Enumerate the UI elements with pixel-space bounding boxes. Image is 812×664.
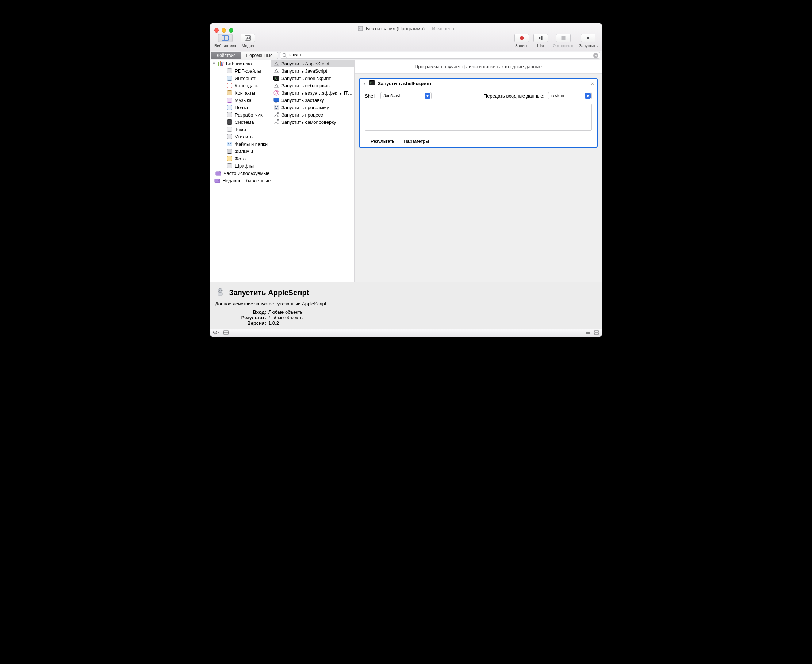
svg-rect-20 [227, 91, 232, 95]
segment-actions[interactable]: Действия [211, 52, 241, 59]
category-icon [227, 126, 232, 132]
svg-rect-15 [221, 62, 222, 66]
search-input[interactable] [288, 52, 592, 57]
svg-rect-45 [274, 98, 279, 101]
library-category-label: Шрифты [235, 163, 254, 169]
action-list-row[interactable]: Запустить заставку [271, 96, 354, 104]
disclosure-triangle-icon[interactable]: ▼ [362, 81, 366, 85]
library-root-row[interactable]: ▼Библиотека [210, 60, 271, 67]
clear-search-button[interactable]: ✕ [593, 53, 598, 58]
workflow-column: Программа получает файлы и папки как вхо… [354, 60, 602, 282]
library-category-row[interactable]: PDF-файлы [210, 67, 271, 75]
library-category-row[interactable]: Интернет [210, 75, 271, 82]
library-category-row[interactable]: Фильмы [210, 148, 271, 155]
view-flow-icon[interactable] [594, 330, 599, 336]
automator-window: Без названия (Программа) — Изменено Библ… [210, 23, 602, 337]
action-list-label: Запустить заставку [281, 98, 353, 103]
library-category-row[interactable]: Почта [210, 104, 271, 111]
search-field[interactable]: ✕ [280, 52, 600, 59]
svg-rect-8 [541, 36, 542, 40]
library-toolbar-button[interactable]: Библиотека [214, 34, 236, 48]
library-category-row[interactable]: Шрифты [210, 162, 271, 169]
info-description: Данное действие запускает указанный Appl… [215, 301, 597, 306]
library-category-row[interactable]: Календарь [210, 82, 271, 89]
library-category-row[interactable]: Музыка [210, 96, 271, 104]
action-list-row[interactable]: Запустить веб-сервис [271, 82, 354, 89]
info-title: Запустить AppleScript [229, 288, 309, 297]
pass-input-select[interactable]: в stdin [548, 92, 592, 99]
svg-rect-19 [227, 83, 232, 88]
gear-menu-icon[interactable] [213, 330, 219, 336]
script-textarea[interactable] [365, 104, 592, 131]
library-smart-row[interactable]: Часто используемые [210, 169, 271, 177]
step-icon [538, 36, 544, 41]
action-list-row[interactable]: Запустить самопроверку [271, 118, 354, 125]
tab-results[interactable]: Результаты [370, 138, 395, 144]
svg-point-6 [520, 36, 524, 40]
tab-parameters[interactable]: Параметры [403, 138, 429, 144]
library-category-label: Система [235, 119, 254, 125]
library-category-label: Музыка [235, 98, 252, 103]
view-list-icon[interactable] [585, 330, 590, 336]
svg-point-11 [283, 54, 286, 57]
action-list-row[interactable]: Запустить программу [271, 104, 354, 111]
tools-icon [273, 119, 279, 125]
svg-rect-38 [274, 72, 279, 73]
svg-rect-55 [218, 293, 222, 296]
action-list-row[interactable]: Запустить процесс [271, 111, 354, 118]
remove-action-button[interactable]: × [591, 81, 594, 86]
segment-variables[interactable]: Переменные [241, 52, 278, 59]
record-toolbar-button[interactable]: Запись [515, 34, 529, 48]
library-category-row[interactable]: Текст [210, 125, 271, 133]
media-toolbar-button[interactable]: Медиа [240, 34, 255, 48]
log-toggle-icon[interactable] [223, 330, 229, 336]
workflow-input-hint[interactable]: Программа получает файлы и папки как вхо… [354, 60, 602, 74]
actions-column: Запустить AppleScriptЗапустить JavaScrip… [271, 60, 354, 282]
library-category-label: Утилиты [235, 134, 254, 140]
run-toolbar-button[interactable]: Запустить [579, 34, 598, 48]
svg-rect-41 [274, 87, 279, 88]
terminal-icon: >_ [273, 75, 279, 81]
library-category-label: Разработчик [235, 112, 263, 117]
svg-marker-7 [539, 36, 541, 40]
script-icon [273, 61, 279, 67]
category-icon [227, 104, 232, 110]
svg-rect-18 [227, 76, 232, 81]
svg-point-28 [228, 143, 229, 143]
step-toolbar-button[interactable]: Шаг [533, 34, 548, 48]
action-list-row[interactable]: Запустить AppleScript [271, 60, 354, 67]
automator-document-icon [358, 26, 363, 32]
svg-rect-3 [245, 36, 251, 40]
info-key-version: Версия: [215, 320, 266, 326]
library-category-row[interactable]: Контакты [210, 89, 271, 96]
svg-rect-1 [222, 36, 229, 40]
svg-rect-23 [227, 112, 232, 117]
library-smart-label: Недавно…бавленные [222, 178, 271, 183]
library-category-label: Файлы и папки [235, 142, 268, 147]
action-list-row[interactable]: Запустить JavaScript [271, 67, 354, 75]
action-list-label: Запустить веб-сервис [281, 83, 353, 88]
svg-rect-26 [227, 134, 232, 139]
action-list-label: Запустить программу [281, 105, 353, 110]
category-icon [227, 68, 232, 74]
svg-rect-67 [594, 333, 599, 334]
stop-icon [561, 36, 566, 41]
svg-rect-9 [562, 36, 565, 40]
library-smart-row[interactable]: Недавно…бавленные [210, 177, 271, 184]
library-category-row[interactable]: Система [210, 118, 271, 125]
library-category-row[interactable]: Фото [210, 155, 271, 162]
category-icon [227, 119, 232, 125]
library-category-label: Интернет [235, 76, 256, 81]
script-icon [273, 68, 279, 74]
smart-folder-icon [214, 177, 220, 183]
library-category-row[interactable]: Разработчик [210, 111, 271, 118]
library-category-row[interactable]: Утилиты [210, 133, 271, 140]
library-smart-label: Часто используемые [223, 171, 270, 176]
script-icon [273, 83, 279, 88]
action-list-row[interactable]: Запустить визуа…эффекты iTunes [271, 89, 354, 96]
info-val-input: Любые объекты [268, 309, 304, 315]
action-list-row[interactable]: >_Запустить shell-скрипт [271, 75, 354, 82]
shell-select[interactable]: /bin/bash [380, 92, 432, 99]
library-category-row[interactable]: Файлы и папки [210, 140, 271, 148]
action-list-label: Запустить shell-скрипт [281, 76, 353, 81]
